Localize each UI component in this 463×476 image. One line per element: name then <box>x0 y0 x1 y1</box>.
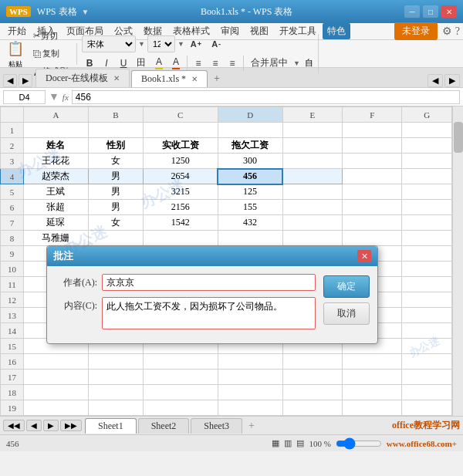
cell-D2[interactable]: 拖欠工资 <box>218 138 282 154</box>
cell-E5[interactable] <box>282 184 342 200</box>
cell-B3[interactable]: 女 <box>88 154 143 169</box>
zoom-slider[interactable] <box>336 437 382 450</box>
cell-A2[interactable]: 姓名 <box>24 138 89 154</box>
cut-button[interactable]: ✂ 剪切 <box>29 28 72 44</box>
author-input[interactable] <box>102 274 316 291</box>
grid-icon-1[interactable]: ▦ <box>272 438 279 448</box>
cell-D8[interactable] <box>218 231 282 246</box>
sheet-prev-button[interactable]: ◀◀ <box>3 420 25 431</box>
col-header-D[interactable]: D <box>218 107 282 123</box>
tab-add-button[interactable]: + <box>209 70 225 87</box>
cell-D7[interactable]: 432 <box>218 215 282 231</box>
cell-C2[interactable]: 实收工资 <box>143 138 218 154</box>
dialog-ok-button[interactable]: 确定 <box>323 275 370 298</box>
sheet-nav-prev[interactable]: ◀ <box>26 420 42 431</box>
cell-D3[interactable]: 300 <box>218 154 282 169</box>
help-icon[interactable]: ? <box>455 25 460 38</box>
tab-book1-close[interactable]: ✕ <box>191 75 198 83</box>
cell-C4[interactable]: 2654 <box>143 169 218 184</box>
cell-C1[interactable] <box>143 123 218 138</box>
font-select[interactable]: 宋体 <box>82 35 136 52</box>
cell-F3[interactable] <box>343 154 402 169</box>
tab-docer-close[interactable]: ✕ <box>113 74 120 83</box>
cell-G8[interactable] <box>402 231 452 246</box>
nav-left-button[interactable]: ◀ <box>428 74 443 87</box>
cell-B1[interactable] <box>88 123 143 138</box>
cell-G6[interactable] <box>402 200 452 215</box>
align-right-button[interactable]: ≡ <box>225 56 240 71</box>
vertical-scrollbar[interactable] <box>452 106 463 416</box>
formula-input[interactable] <box>72 90 460 104</box>
nav-right-button[interactable]: ▶ <box>444 74 460 87</box>
cell-B6[interactable]: 男 <box>88 200 143 215</box>
font-size-select[interactable]: 12 <box>147 35 175 52</box>
tab-docer[interactable]: Docer-在线模板 ✕ <box>35 69 130 87</box>
cell-B8[interactable] <box>88 231 143 246</box>
cell-A6[interactable]: 张超 <box>24 200 89 215</box>
cell-E3[interactable] <box>282 154 342 169</box>
cell-A1[interactable] <box>24 123 89 138</box>
content-textarea[interactable]: 此人拖欠工资不发，因为损坏了公司物品。 <box>102 297 316 329</box>
sheet-tab-sheet1[interactable]: Sheet1 <box>85 418 137 434</box>
cell-C3[interactable]: 1250 <box>143 154 218 169</box>
cell-B5[interactable]: 男 <box>88 184 143 200</box>
cell-A7[interactable]: 延琛 <box>24 215 89 231</box>
cell-E7[interactable] <box>282 215 342 231</box>
sheet-tab-sheet3[interactable]: Sheet3 <box>191 418 242 434</box>
cell-C8[interactable] <box>143 231 218 246</box>
dialog-close-button[interactable]: ✕ <box>357 250 371 262</box>
align-left-button[interactable]: ≡ <box>191 56 206 71</box>
cell-E4[interactable] <box>282 169 342 184</box>
cell-G1[interactable] <box>402 123 452 138</box>
cell-G2[interactable] <box>402 138 452 154</box>
cell-D6[interactable]: 155 <box>218 200 282 215</box>
sheet-tab-sheet2[interactable]: Sheet2 <box>138 418 190 434</box>
cell-D5[interactable]: 125 <box>218 184 282 200</box>
cell-F2[interactable] <box>343 138 402 154</box>
merge-center-button[interactable]: 合并居中 <box>247 54 292 72</box>
cell-D1[interactable] <box>218 123 282 138</box>
file-nav-left[interactable]: ◀ <box>3 74 17 87</box>
col-header-B[interactable]: B <box>88 107 143 123</box>
auto-wrap-button[interactable]: 自 <box>305 57 313 69</box>
cell-F8[interactable] <box>343 231 402 246</box>
border-button[interactable]: 田 <box>133 54 150 72</box>
cell-G4[interactable] <box>402 169 452 184</box>
cell-G7[interactable] <box>402 215 452 231</box>
paste-button[interactable]: 📋 <box>3 38 28 59</box>
font-color-button[interactable]: A <box>168 54 184 72</box>
copy-button[interactable]: ⿻ 复制 <box>29 46 72 62</box>
cell-F5[interactable] <box>343 184 402 200</box>
cell-A4[interactable]: 赵荣杰 <box>24 169 89 184</box>
cell-C7[interactable]: 1542 <box>143 215 218 231</box>
cell-F6[interactable] <box>343 200 402 215</box>
scrollbar-thumb[interactable] <box>454 122 463 153</box>
cell-D4[interactable]: 456 <box>218 169 282 184</box>
cell-C6[interactable]: 2156 <box>143 200 218 215</box>
cell-C5[interactable]: 3215 <box>143 184 218 200</box>
fill-color-button[interactable]: A <box>151 54 167 72</box>
grid-icon-2[interactable]: ▥ <box>284 438 292 448</box>
dropdown-arrow[interactable]: ▼ <box>82 8 90 16</box>
cell-F7[interactable] <box>343 215 402 231</box>
merge-dropdown[interactable]: ▼ <box>293 59 300 67</box>
cell-B2[interactable]: 性别 <box>88 138 143 154</box>
cell-B4[interactable]: 男 <box>88 169 143 184</box>
font-increase-button[interactable]: A+ <box>187 37 205 51</box>
align-center-button[interactable]: ≡ <box>208 56 223 71</box>
cell-E8[interactable] <box>282 231 342 246</box>
close-button[interactable]: ✕ <box>441 5 457 18</box>
cell-G5[interactable] <box>402 184 452 200</box>
dialog-cancel-button[interactable]: 取消 <box>323 302 370 325</box>
cell-A3[interactable]: 王花花 <box>24 154 89 169</box>
cell-B7[interactable]: 女 <box>88 215 143 231</box>
sheet-next-button[interactable]: ▶▶ <box>60 420 82 431</box>
minimize-button[interactable]: ─ <box>404 5 420 18</box>
col-header-F[interactable]: F <box>343 107 402 123</box>
toolbar-settings-icon[interactable]: ⚙ <box>442 25 452 38</box>
sheet-add-button[interactable]: + <box>244 418 259 434</box>
sheet-nav-next[interactable]: ▶ <box>43 420 59 431</box>
grid-icon-3[interactable]: ▤ <box>296 438 304 448</box>
menu-special[interactable]: 特色 <box>323 23 350 39</box>
cell-F1[interactable] <box>343 123 402 138</box>
